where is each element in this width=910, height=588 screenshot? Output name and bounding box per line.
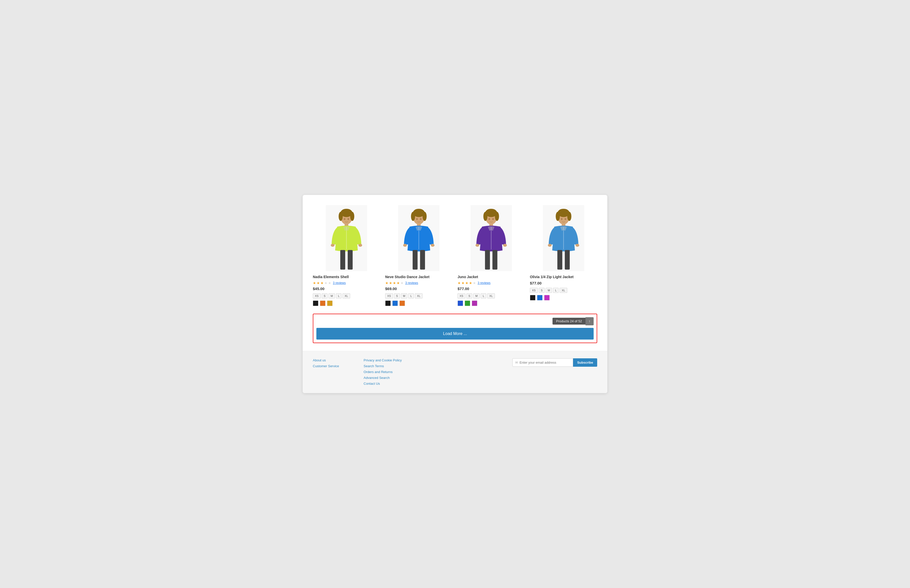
size-btn-XL[interactable]: XL: [487, 293, 495, 299]
footer-link-search-terms[interactable]: Search Terms: [364, 364, 478, 368]
color-swatch-1[interactable]: [392, 300, 398, 306]
size-btn-XS[interactable]: XS: [458, 293, 465, 299]
svg-point-49: [576, 244, 580, 247]
size-btn-XL[interactable]: XL: [415, 293, 422, 299]
svg-point-16: [411, 212, 415, 221]
size-btn-L[interactable]: L: [408, 293, 414, 299]
color-swatch-2[interactable]: [472, 300, 477, 306]
size-btn-M[interactable]: M: [401, 293, 407, 299]
price-neve: $69.00: [385, 286, 397, 291]
size-btn-XS[interactable]: XS: [385, 293, 393, 299]
color-options-neve: [385, 300, 405, 306]
color-swatch-2[interactable]: [327, 300, 333, 306]
svg-rect-7: [340, 250, 345, 270]
svg-point-29: [483, 212, 487, 221]
reviews-juno[interactable]: 3 reviews: [478, 281, 491, 285]
pagination-top: Products 24 of 52 ↑: [316, 317, 594, 325]
size-btn-L[interactable]: L: [553, 288, 559, 293]
size-btn-XS[interactable]: XS: [530, 288, 538, 293]
reviews-neve[interactable]: 3 reviews: [405, 281, 418, 285]
reviews-nadia[interactable]: 3 reviews: [333, 281, 346, 285]
scroll-top-button[interactable]: ↑: [586, 317, 594, 325]
star-5: ★: [400, 281, 404, 285]
rating-row-neve: ★★★★★ 3 reviews: [385, 281, 418, 285]
size-btn-L[interactable]: L: [336, 293, 342, 299]
star-4: ★: [469, 281, 472, 285]
svg-rect-46: [557, 250, 562, 270]
color-swatch-0[interactable]: [385, 300, 391, 306]
color-swatch-0[interactable]: [530, 295, 536, 300]
size-btn-M[interactable]: M: [329, 293, 335, 299]
footer-link-contact-us[interactable]: Contact Us: [364, 382, 478, 386]
size-btn-XL[interactable]: XL: [343, 293, 350, 299]
footer-link-customer-service[interactable]: Customer Service: [313, 364, 358, 368]
star-1: ★: [385, 281, 389, 285]
color-swatch-0[interactable]: [458, 300, 463, 306]
footer-link-orders-and-returns[interactable]: Orders and Returns: [364, 370, 478, 374]
svg-rect-8: [348, 250, 353, 270]
product-image-neve[interactable]: [385, 205, 452, 271]
color-swatch-1[interactable]: [320, 300, 325, 306]
size-options-olivia: XSSMLXL: [530, 288, 567, 293]
rating-row-nadia: ★★★★★ 3 reviews: [313, 281, 346, 285]
product-card-nadia: Nadia Elements Shell ★★★★★ 3 reviews $45…: [313, 205, 380, 306]
size-btn-S[interactable]: S: [539, 288, 545, 293]
main-card: Nadia Elements Shell ★★★★★ 3 reviews $45…: [303, 195, 607, 393]
size-btn-L[interactable]: L: [481, 293, 486, 299]
size-options-neve: XSSMLXL: [385, 293, 423, 299]
product-image-olivia[interactable]: [530, 205, 597, 271]
footer-link-advanced-search[interactable]: Advanced Search: [364, 376, 478, 380]
svg-point-12: [348, 218, 350, 220]
product-name-olivia[interactable]: Olivia 1/4 Zip Light Jacket: [530, 275, 573, 279]
product-card-neve: Neve Studio Dance Jacket ★★★★★ 3 reviews…: [385, 205, 452, 306]
svg-point-51: [565, 218, 567, 220]
color-options-nadia: [313, 300, 333, 306]
size-btn-S[interactable]: S: [322, 293, 327, 299]
svg-rect-34: [492, 250, 497, 270]
svg-point-22: [403, 244, 407, 247]
footer-col-links: Privacy and Cookie PolicySearch TermsOrd…: [364, 358, 478, 386]
svg-point-35: [476, 244, 479, 247]
product-name-nadia[interactable]: Nadia Elements Shell: [313, 275, 349, 279]
size-btn-M[interactable]: M: [473, 293, 479, 299]
product-image-juno[interactable]: [458, 205, 525, 271]
size-btn-M[interactable]: M: [546, 288, 552, 293]
product-svg: [458, 205, 525, 271]
email-input[interactable]: [520, 359, 570, 367]
color-swatch-2[interactable]: [544, 295, 550, 300]
subscribe-button[interactable]: Subscribe: [573, 358, 597, 367]
load-more-button[interactable]: Load More ...: [316, 328, 594, 339]
footer: About usCustomer Service Privacy and Coo…: [303, 351, 607, 393]
pagination-area: Products 24 of 52 ↑ Load More ...: [313, 314, 597, 343]
product-card-olivia: Olivia 1/4 Zip Light Jacket $77.00 XSSML…: [530, 205, 597, 306]
product-name-neve[interactable]: Neve Studio Dance Jacket: [385, 275, 429, 279]
star-1: ★: [313, 281, 316, 285]
size-btn-XS[interactable]: XS: [313, 293, 321, 299]
products-count-badge: Products 24 of 52: [552, 318, 586, 325]
footer-link-privacy-and-cookie-policy[interactable]: Privacy and Cookie Policy: [364, 358, 478, 362]
star-1: ★: [458, 281, 461, 285]
product-name-juno[interactable]: Juno Jacket: [458, 275, 478, 279]
color-swatch-0[interactable]: [313, 300, 318, 306]
color-swatch-2[interactable]: [399, 300, 405, 306]
svg-rect-20: [413, 250, 418, 270]
size-btn-S[interactable]: S: [394, 293, 400, 299]
stars-neve: ★★★★★: [385, 281, 404, 285]
svg-rect-33: [485, 250, 490, 270]
color-swatch-1[interactable]: [537, 295, 542, 300]
products-grid: Nadia Elements Shell ★★★★★ 3 reviews $45…: [313, 205, 597, 306]
svg-point-50: [561, 218, 563, 220]
color-swatch-1[interactable]: [465, 300, 470, 306]
svg-rect-21: [420, 250, 425, 270]
size-btn-S[interactable]: S: [466, 293, 472, 299]
product-image-nadia[interactable]: [313, 205, 380, 271]
star-4: ★: [397, 281, 400, 285]
product-svg: [385, 205, 452, 271]
star-5: ★: [473, 281, 476, 285]
rating-row-juno: ★★★★★ 3 reviews: [458, 281, 491, 285]
footer-col-about: About usCustomer Service: [313, 358, 358, 368]
size-btn-XL[interactable]: XL: [560, 288, 567, 293]
footer-link-about-us[interactable]: About us: [313, 358, 358, 362]
star-5: ★: [328, 281, 331, 285]
star-2: ★: [317, 281, 320, 285]
